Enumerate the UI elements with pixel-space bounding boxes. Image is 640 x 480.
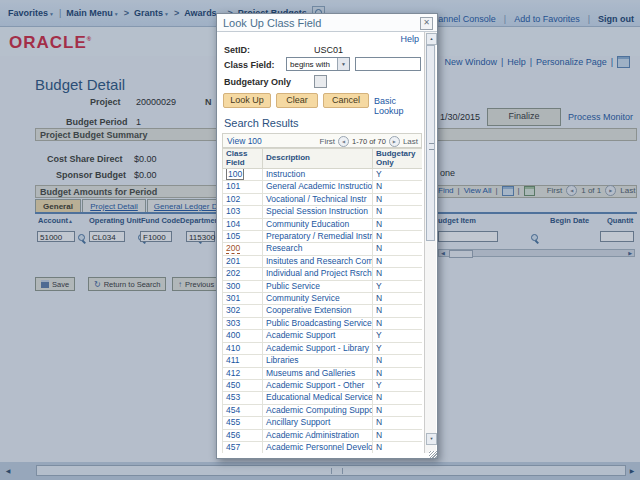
chevron-down-icon: ▼ xyxy=(337,58,349,70)
modal-scrollbar-thumb[interactable] xyxy=(426,45,435,241)
view-100-link[interactable]: View 100 xyxy=(227,136,262,146)
class-field-link[interactable]: 303 xyxy=(226,318,240,328)
budgetary-only-checkbox[interactable] xyxy=(314,75,327,88)
clear-button[interactable]: Clear xyxy=(276,93,318,108)
results-view-bar: View 100 First ◀ 1-70 of 70 ▶ Last xyxy=(222,133,422,148)
description-link[interactable]: Academic Computing Support xyxy=(266,405,373,415)
class-field-link[interactable]: 400 xyxy=(226,330,240,340)
description-link[interactable]: Educational Medical Services xyxy=(266,392,373,402)
lookup-button[interactable]: Look Up xyxy=(223,93,271,108)
class-field-link[interactable]: 101 xyxy=(226,181,240,191)
budgetary-only-flag: N xyxy=(373,231,423,243)
close-icon[interactable]: ✕ xyxy=(420,17,433,30)
description-link[interactable]: Instruction xyxy=(266,169,305,179)
budgetary-only-flag: N xyxy=(373,441,423,453)
budgetary-only-flag: N xyxy=(373,193,423,205)
description-link[interactable]: Individual and Project Rsrch xyxy=(266,268,372,278)
table-row: 302Cooperative ExtensionN xyxy=(223,305,423,317)
budgetary-only-flag: N xyxy=(373,268,423,280)
class-field-link[interactable]: 410 xyxy=(226,343,240,353)
operator-select[interactable]: begins with ▼ xyxy=(286,57,350,71)
basic-lookup-link[interactable]: Basic Lookup xyxy=(374,96,425,116)
cancel-button[interactable]: Cancel xyxy=(323,93,369,108)
budgetary-only-flag: N xyxy=(373,317,423,329)
description-link[interactable]: Ancillary Support xyxy=(266,417,330,427)
col-budgetary-only: Budgetary Only xyxy=(373,149,423,169)
class-field-link[interactable]: 455 xyxy=(226,417,240,427)
class-field-link[interactable]: 300 xyxy=(226,281,240,291)
budgetary-only-flag: N xyxy=(373,355,423,367)
class-field-link[interactable]: 411 xyxy=(226,355,240,365)
results-next-icon[interactable]: ▶ xyxy=(389,136,400,147)
description-link[interactable]: Academic Personnel Development xyxy=(266,442,373,452)
lookup-modal: Look Up Class Field ✕ Help SetID: USC01 … xyxy=(216,13,438,459)
description-link[interactable]: Special Session Instruction xyxy=(266,206,368,216)
table-row: 103Special Session InstructionN xyxy=(223,206,423,218)
budgetary-only-flag: N xyxy=(373,243,423,255)
description-link[interactable]: Academic Support - Other xyxy=(266,380,364,390)
description-link[interactable]: Cooperative Extension xyxy=(266,305,352,315)
scroll-down-icon[interactable]: ▼ xyxy=(426,433,437,445)
description-link[interactable]: Public Broadcasting Service xyxy=(266,318,372,328)
budgetary-only-flag: Y xyxy=(373,330,423,342)
modal-body: Help SetID: USC01 Class Field: begins wi… xyxy=(218,32,425,453)
description-link[interactable]: Libraries xyxy=(266,355,299,365)
budgetary-only-flag: N xyxy=(373,367,423,379)
modal-vertical-scrollbar[interactable]: ▲ ▼ xyxy=(424,32,436,453)
description-link[interactable]: Academic Support xyxy=(266,330,335,340)
budgetary-only-flag: N xyxy=(373,293,423,305)
description-link[interactable]: General Academic Instruction xyxy=(266,181,373,191)
class-field-link[interactable]: 302 xyxy=(226,305,240,315)
results-first[interactable]: First xyxy=(320,137,336,146)
table-row: 303Public Broadcasting ServiceN xyxy=(223,317,423,329)
class-field-link[interactable]: 200 xyxy=(226,243,240,254)
modal-help-link[interactable]: Help xyxy=(400,34,419,44)
class-field-link[interactable]: 454 xyxy=(226,405,240,415)
description-link[interactable]: Academic Administration xyxy=(266,430,359,440)
description-link[interactable]: Preparatory / Remedial Instr xyxy=(266,231,372,241)
table-row: 412Museums and GalleriesN xyxy=(223,367,423,379)
results-prev-icon[interactable]: ◀ xyxy=(338,136,349,147)
class-field-link[interactable]: 105 xyxy=(226,231,240,241)
class-field-label: Class Field: xyxy=(224,60,275,70)
class-field-link[interactable]: 412 xyxy=(226,368,240,378)
setid-label: SetID: xyxy=(224,45,250,55)
class-field-link[interactable]: 301 xyxy=(226,293,240,303)
budgetary-only-flag: N xyxy=(373,417,423,429)
budgetary-only-flag: Y xyxy=(373,379,423,391)
class-field-link[interactable]: 102 xyxy=(226,194,240,204)
description-link[interactable]: Vocational / Technical Instr xyxy=(266,194,367,204)
class-field-input[interactable] xyxy=(355,57,421,71)
description-link[interactable]: Public Service xyxy=(266,281,320,291)
modal-resize-grip[interactable] xyxy=(429,451,437,458)
table-row: 105Preparatory / Remedial InstrN xyxy=(223,231,423,243)
class-field-link[interactable]: 456 xyxy=(226,430,240,440)
table-row: 101General Academic InstructionN xyxy=(223,181,423,193)
table-row: 300Public ServiceY xyxy=(223,280,423,292)
table-row: 455Ancillary SupportN xyxy=(223,417,423,429)
description-link[interactable]: Research xyxy=(266,243,302,253)
class-field-link[interactable]: 104 xyxy=(226,219,240,229)
budgetary-only-flag: N xyxy=(373,392,423,404)
description-link[interactable]: Community Education xyxy=(266,219,349,229)
class-field-link[interactable]: 103 xyxy=(226,206,240,216)
class-field-link[interactable]: 202 xyxy=(226,268,240,278)
table-row: 456Academic AdministrationN xyxy=(223,429,423,441)
search-results-heading: Search Results xyxy=(224,117,299,129)
description-link[interactable]: Community Service xyxy=(266,293,340,303)
description-link[interactable]: Academic Support - Library xyxy=(266,343,369,353)
class-field-link[interactable]: 453 xyxy=(226,392,240,402)
description-link[interactable]: Museums and Galleries xyxy=(266,368,355,378)
table-row: 202Individual and Project RsrchN xyxy=(223,268,423,280)
description-link[interactable]: Insitutes and Research Complex xyxy=(266,256,373,266)
class-field-link[interactable]: 201 xyxy=(226,256,240,266)
class-field-link[interactable]: 457 xyxy=(226,442,240,452)
class-field-link[interactable]: 450 xyxy=(226,380,240,390)
table-row: 454Academic Computing SupportN xyxy=(223,404,423,416)
scroll-up-icon[interactable]: ▲ xyxy=(426,33,437,45)
class-field-link[interactable]: 100 xyxy=(226,169,244,181)
budgetary-only-flag: Y xyxy=(373,280,423,292)
results-last[interactable]: Last xyxy=(403,137,418,146)
budgetary-only-flag: N xyxy=(373,305,423,317)
modal-title: Look Up Class Field xyxy=(217,14,437,32)
